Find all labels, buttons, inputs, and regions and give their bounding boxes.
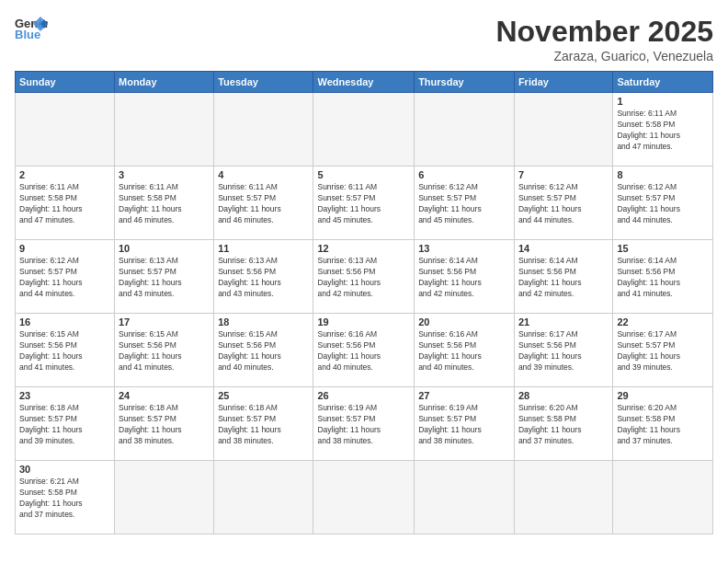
col-monday: Monday — [115, 72, 214, 93]
calendar-cell — [514, 461, 612, 534]
page: General Blue November 2025 Zaraza, Guari… — [0, 0, 728, 563]
day-number: 23 — [19, 390, 110, 401]
day-number: 22 — [617, 316, 709, 327]
calendar-week-row: 16Sunrise: 6:15 AM Sunset: 5:56 PM Dayli… — [16, 314, 713, 387]
day-info: Sunrise: 6:13 AM Sunset: 5:56 PM Dayligh… — [317, 256, 410, 300]
day-info: Sunrise: 6:20 AM Sunset: 5:58 PM Dayligh… — [617, 403, 709, 447]
location-subtitle: Zaraza, Guarico, Venezuela — [495, 49, 713, 63]
calendar-week-row: 23Sunrise: 6:18 AM Sunset: 5:57 PM Dayli… — [16, 387, 713, 461]
calendar-cell: 28Sunrise: 6:20 AM Sunset: 5:58 PM Dayli… — [514, 387, 612, 461]
month-title: November 2025 — [495, 15, 713, 49]
day-number: 25 — [218, 390, 309, 401]
calendar-table: Sunday Monday Tuesday Wednesday Thursday… — [15, 71, 713, 534]
day-info: Sunrise: 6:17 AM Sunset: 5:57 PM Dayligh… — [617, 329, 709, 373]
calendar-cell — [514, 93, 612, 167]
day-number: 17 — [119, 316, 210, 327]
logo: General Blue — [15, 15, 48, 40]
day-number: 29 — [617, 390, 709, 401]
calendar-header: Sunday Monday Tuesday Wednesday Thursday… — [16, 72, 713, 93]
calendar-cell: 15Sunrise: 6:14 AM Sunset: 5:56 PM Dayli… — [613, 240, 713, 314]
calendar-cell: 11Sunrise: 6:13 AM Sunset: 5:56 PM Dayli… — [214, 240, 313, 314]
day-number: 27 — [418, 390, 510, 401]
calendar-cell: 18Sunrise: 6:15 AM Sunset: 5:56 PM Dayli… — [214, 314, 313, 387]
day-info: Sunrise: 6:11 AM Sunset: 5:57 PM Dayligh… — [218, 182, 309, 226]
day-info: Sunrise: 6:16 AM Sunset: 5:56 PM Dayligh… — [317, 329, 410, 373]
day-info: Sunrise: 6:12 AM Sunset: 5:57 PM Dayligh… — [19, 256, 110, 300]
calendar-cell: 13Sunrise: 6:14 AM Sunset: 5:56 PM Dayli… — [415, 240, 515, 314]
header-row: Sunday Monday Tuesday Wednesday Thursday… — [16, 72, 713, 93]
day-info: Sunrise: 6:17 AM Sunset: 5:56 PM Dayligh… — [518, 329, 609, 373]
calendar-week-row: 2Sunrise: 6:11 AM Sunset: 5:58 PM Daylig… — [16, 167, 713, 240]
day-number: 15 — [617, 243, 709, 254]
calendar-cell — [613, 461, 713, 534]
calendar-cell: 27Sunrise: 6:19 AM Sunset: 5:57 PM Dayli… — [415, 387, 515, 461]
day-info: Sunrise: 6:13 AM Sunset: 5:57 PM Dayligh… — [119, 256, 210, 300]
calendar-cell: 19Sunrise: 6:16 AM Sunset: 5:56 PM Dayli… — [313, 314, 415, 387]
calendar-cell: 5Sunrise: 6:11 AM Sunset: 5:57 PM Daylig… — [313, 167, 415, 240]
title-block: November 2025 Zaraza, Guarico, Venezuela — [495, 15, 713, 63]
day-number: 16 — [19, 316, 110, 327]
calendar-cell: 14Sunrise: 6:14 AM Sunset: 5:56 PM Dayli… — [514, 240, 612, 314]
calendar-cell: 4Sunrise: 6:11 AM Sunset: 5:57 PM Daylig… — [214, 167, 313, 240]
day-number: 18 — [218, 316, 309, 327]
header: General Blue November 2025 Zaraza, Guari… — [15, 15, 713, 63]
calendar-cell — [313, 461, 415, 534]
day-info: Sunrise: 6:18 AM Sunset: 5:57 PM Dayligh… — [218, 403, 309, 447]
day-info: Sunrise: 6:11 AM Sunset: 5:57 PM Dayligh… — [317, 182, 410, 226]
calendar-cell: 25Sunrise: 6:18 AM Sunset: 5:57 PM Dayli… — [214, 387, 313, 461]
day-info: Sunrise: 6:12 AM Sunset: 5:57 PM Dayligh… — [518, 182, 609, 226]
calendar-cell — [214, 93, 313, 167]
calendar-cell: 23Sunrise: 6:18 AM Sunset: 5:57 PM Dayli… — [16, 387, 115, 461]
day-info: Sunrise: 6:13 AM Sunset: 5:56 PM Dayligh… — [218, 256, 309, 300]
day-number: 12 — [317, 243, 410, 254]
day-number: 10 — [119, 243, 210, 254]
calendar-week-row: 9Sunrise: 6:12 AM Sunset: 5:57 PM Daylig… — [16, 240, 713, 314]
day-number: 14 — [518, 243, 609, 254]
day-number: 2 — [19, 169, 110, 180]
day-info: Sunrise: 6:14 AM Sunset: 5:56 PM Dayligh… — [617, 256, 709, 300]
day-number: 11 — [218, 243, 309, 254]
col-wednesday: Wednesday — [313, 72, 415, 93]
day-number: 8 — [617, 169, 709, 180]
day-info: Sunrise: 6:15 AM Sunset: 5:56 PM Dayligh… — [218, 329, 309, 373]
calendar-cell — [115, 461, 214, 534]
calendar-cell: 16Sunrise: 6:15 AM Sunset: 5:56 PM Dayli… — [16, 314, 115, 387]
day-number: 30 — [19, 464, 110, 475]
calendar-cell — [313, 93, 415, 167]
day-number: 26 — [317, 390, 410, 401]
col-thursday: Thursday — [415, 72, 515, 93]
day-number: 21 — [518, 316, 609, 327]
calendar-cell — [115, 93, 214, 167]
col-saturday: Saturday — [613, 72, 713, 93]
day-info: Sunrise: 6:12 AM Sunset: 5:57 PM Dayligh… — [617, 182, 709, 226]
day-number: 7 — [518, 169, 609, 180]
calendar-cell: 1Sunrise: 6:11 AM Sunset: 5:58 PM Daylig… — [613, 93, 713, 167]
calendar-body: 1Sunrise: 6:11 AM Sunset: 5:58 PM Daylig… — [16, 93, 713, 534]
calendar-cell: 2Sunrise: 6:11 AM Sunset: 5:58 PM Daylig… — [16, 167, 115, 240]
day-info: Sunrise: 6:21 AM Sunset: 5:58 PM Dayligh… — [19, 477, 110, 521]
day-info: Sunrise: 6:18 AM Sunset: 5:57 PM Dayligh… — [19, 403, 110, 447]
calendar-cell: 17Sunrise: 6:15 AM Sunset: 5:56 PM Dayli… — [115, 314, 214, 387]
calendar-cell — [415, 461, 515, 534]
day-number: 6 — [418, 169, 510, 180]
day-number: 20 — [418, 316, 510, 327]
calendar-cell: 24Sunrise: 6:18 AM Sunset: 5:57 PM Dayli… — [115, 387, 214, 461]
calendar-cell: 10Sunrise: 6:13 AM Sunset: 5:57 PM Dayli… — [115, 240, 214, 314]
day-info: Sunrise: 6:11 AM Sunset: 5:58 PM Dayligh… — [617, 109, 709, 153]
calendar-cell: 26Sunrise: 6:19 AM Sunset: 5:57 PM Dayli… — [313, 387, 415, 461]
day-info: Sunrise: 6:18 AM Sunset: 5:57 PM Dayligh… — [119, 403, 210, 447]
day-number: 19 — [317, 316, 410, 327]
day-info: Sunrise: 6:11 AM Sunset: 5:58 PM Dayligh… — [119, 182, 210, 226]
calendar-cell — [16, 93, 115, 167]
calendar-cell: 22Sunrise: 6:17 AM Sunset: 5:57 PM Dayli… — [613, 314, 713, 387]
day-info: Sunrise: 6:19 AM Sunset: 5:57 PM Dayligh… — [317, 403, 410, 447]
day-info: Sunrise: 6:19 AM Sunset: 5:57 PM Dayligh… — [418, 403, 510, 447]
calendar-week-row: 30Sunrise: 6:21 AM Sunset: 5:58 PM Dayli… — [16, 461, 713, 534]
day-info: Sunrise: 6:14 AM Sunset: 5:56 PM Dayligh… — [518, 256, 609, 300]
calendar-cell: 9Sunrise: 6:12 AM Sunset: 5:57 PM Daylig… — [16, 240, 115, 314]
logo-icon: General Blue — [15, 15, 48, 40]
day-info: Sunrise: 6:11 AM Sunset: 5:58 PM Dayligh… — [19, 182, 110, 226]
day-number: 5 — [317, 169, 410, 180]
day-info: Sunrise: 6:15 AM Sunset: 5:56 PM Dayligh… — [119, 329, 210, 373]
calendar-cell: 21Sunrise: 6:17 AM Sunset: 5:56 PM Dayli… — [514, 314, 612, 387]
